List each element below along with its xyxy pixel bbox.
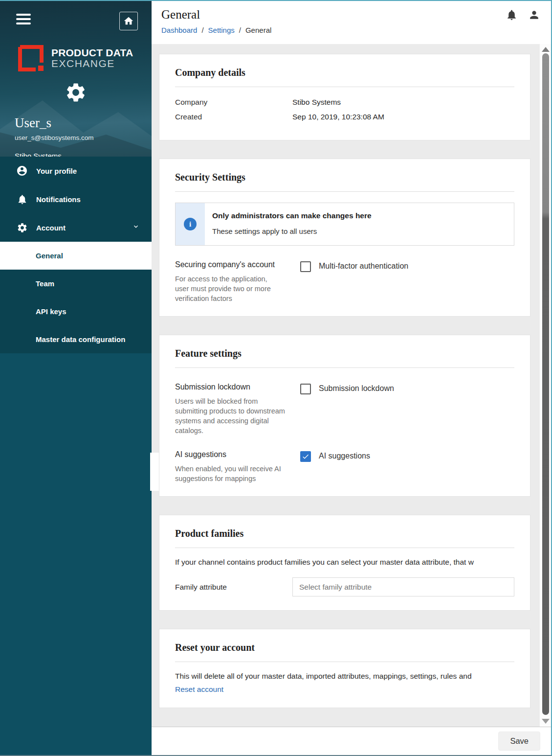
user-company: Stibo Systems [15, 152, 152, 157]
sidebar-subitem-team[interactable]: Team [0, 270, 152, 298]
sidebar-subitem-master-data-configuration[interactable]: Master data configuration [0, 325, 152, 353]
menu-toggle-button[interactable] [16, 12, 31, 29]
app-logo: PRODUCT DATA EXCHANGE [16, 43, 152, 73]
submission-lockdown-checkbox[interactable] [300, 384, 311, 394]
logo-line1: PRODUCT DATA [51, 47, 133, 58]
card-reset-account: Reset your account This will delete all … [159, 629, 530, 708]
sidebar-item-account[interactable]: Account [0, 213, 152, 242]
family-attribute-row: Family attribute [175, 577, 514, 596]
sidebar-item-notifications[interactable]: Notifications [0, 185, 152, 213]
created-row: Created Sep 10, 2019, 10:23:08 AM [175, 113, 514, 121]
company-value: Stibo Systems [292, 98, 341, 107]
settings-gear-icon [65, 81, 87, 104]
notifications-button[interactable] [506, 9, 518, 21]
user-email: user_s@stibosystems.com [15, 134, 152, 141]
app-window: PRODUCT DATA EXCHANGE User_s user_s@stib… [0, 0, 552, 756]
logo-mark-icon [16, 43, 45, 73]
checkbox-label: Submission lockdown [319, 384, 394, 393]
info-alert: i Only administrators can make changes h… [175, 203, 514, 246]
card-product-families: Product families If your channel contain… [159, 515, 530, 611]
divider [175, 191, 514, 192]
info-alert-strip: i [176, 203, 205, 245]
save-button[interactable]: Save [498, 732, 540, 751]
sidebar-nav: Your profile Notifications Account Gener… [0, 157, 152, 353]
card-title: Feature settings [175, 335, 514, 359]
person-circle-icon [16, 165, 28, 177]
sidebar-item-label: Account [36, 224, 66, 232]
home-button[interactable] [119, 12, 138, 30]
bell-icon [506, 9, 518, 21]
info-icon: i [184, 218, 197, 230]
scroll-up-arrow[interactable] [542, 47, 550, 52]
family-attribute-label: Family attribute [175, 583, 292, 592]
company-row: Company Stibo Systems [175, 98, 514, 107]
checkbox-label: AI suggestions [319, 452, 370, 460]
breadcrumb-current: General [245, 26, 271, 34]
sidebar-filler [0, 353, 152, 755]
user-name: User_s [15, 115, 152, 131]
overlay-artifact [150, 453, 159, 491]
checkbox-label: Multi-factor authentication [319, 262, 408, 271]
main-area: General Dashboard / Settings / General [152, 1, 551, 755]
info-alert-title: Only administrators can make changes her… [212, 211, 372, 220]
page-header: General Dashboard / Settings / General [152, 1, 551, 44]
user-menu-button[interactable] [528, 9, 540, 21]
reset-account-link[interactable]: Reset account [175, 685, 223, 694]
breadcrumb-separator: / [201, 26, 203, 34]
card-title: Security Settings [175, 159, 514, 183]
divider [175, 548, 514, 548]
home-icon [123, 16, 134, 26]
sidebar-subitem-general[interactable]: General [0, 242, 152, 270]
multi-factor-checkbox[interactable] [300, 261, 311, 272]
submission-lockdown-row: Submission lockdown Users will be blocke… [175, 368, 514, 442]
family-attribute-select[interactable] [292, 577, 514, 596]
sidebar-item-your-profile[interactable]: Your profile [0, 157, 152, 185]
product-families-description: If your channel contains product familie… [175, 558, 514, 567]
setting-description: When enabled, you will receive AI sugges… [175, 464, 282, 483]
created-label: Created [175, 113, 292, 121]
mfa-setting-row: Securing company's account For access to… [175, 246, 514, 316]
created-value: Sep 10, 2019, 10:23:08 AM [292, 113, 384, 121]
scroll-region: Company details Company Stibo Systems Cr… [152, 44, 551, 727]
card-security-settings: Security Settings i Only administrators … [159, 159, 530, 317]
sidebar-item-label: Notifications [36, 195, 81, 204]
ai-suggestions-row: AI suggestions When enabled, you will re… [175, 442, 514, 496]
scrollbar-thumb[interactable] [542, 53, 549, 715]
breadcrumb: Dashboard / Settings / General [161, 26, 551, 34]
card-company-details: Company details Company Stibo Systems Cr… [159, 54, 530, 140]
chevron-down-icon [132, 223, 140, 232]
bell-icon [16, 193, 28, 205]
person-icon [528, 9, 540, 21]
card-title: Company details [175, 54, 514, 78]
check-icon [302, 453, 309, 460]
logo-line2: EXCHANGE [51, 58, 133, 69]
content: Company details Company Stibo Systems Cr… [152, 44, 539, 727]
card-feature-settings: Feature settings Submission lockdown Use… [159, 335, 530, 497]
company-label: Company [175, 98, 292, 107]
sidebar-subitem-api-keys[interactable]: API keys [0, 298, 152, 325]
card-title: Product families [175, 515, 514, 539]
breadcrumb-separator: / [239, 26, 241, 34]
footer-bar: Save [152, 727, 551, 755]
divider [175, 662, 514, 662]
info-alert-text: These settings apply to all users [212, 227, 372, 235]
sidebar: PRODUCT DATA EXCHANGE User_s user_s@stib… [0, 1, 152, 755]
setting-label: Securing company's account [175, 260, 300, 269]
ai-suggestions-checkbox[interactable] [300, 451, 311, 462]
scroll-down-arrow[interactable] [542, 719, 550, 724]
sidebar-item-label: Your profile [36, 167, 77, 175]
reset-description: This will delete all of your master data… [175, 672, 514, 681]
card-title: Reset your account [175, 629, 514, 653]
setting-description: For access to the application, user must… [175, 274, 279, 303]
setting-description: Users will be blocked from submitting pr… [175, 396, 288, 435]
page-title: General [161, 8, 551, 22]
breadcrumb-settings[interactable]: Settings [208, 26, 235, 34]
gear-icon [16, 222, 28, 233]
sidebar-hero: PRODUCT DATA EXCHANGE User_s user_s@stib… [0, 1, 152, 157]
setting-label: AI suggestions [175, 450, 300, 459]
setting-label: Submission lockdown [175, 383, 300, 391]
vertical-scrollbar[interactable] [539, 44, 551, 727]
breadcrumb-dashboard[interactable]: Dashboard [161, 26, 197, 34]
